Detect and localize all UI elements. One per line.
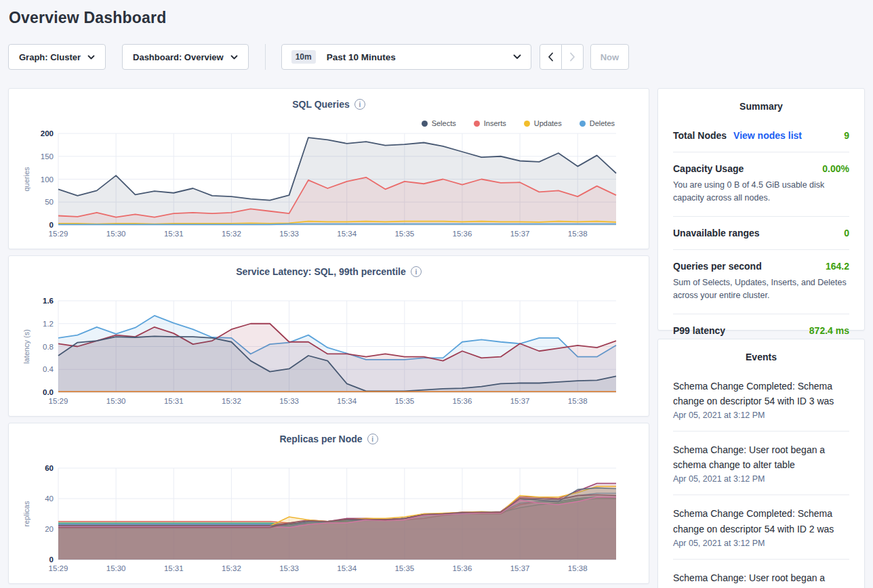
- time-range-label: Past 10 Minutes: [327, 52, 506, 62]
- divider: [673, 152, 849, 152]
- event-text: Schema Change: User root began a schema …: [673, 570, 849, 588]
- svg-text:0: 0: [49, 555, 54, 564]
- sql-queries-chart-panel: SQL Queries SelectsInsertsUpdatesDeletes…: [8, 88, 649, 249]
- page-title: Overview Dashboard: [0, 0, 873, 27]
- svg-text:40: 40: [45, 495, 54, 503]
- summary-label: Unavailable ranges: [673, 228, 760, 238]
- event-date: Apr 05, 2021 at 3:12 PM: [673, 411, 849, 420]
- events-title: Events: [673, 352, 849, 362]
- chevron-right-icon: [569, 52, 575, 62]
- info-icon[interactable]: [411, 266, 422, 277]
- svg-text:15:37: 15:37: [510, 564, 530, 572]
- svg-text:15:29: 15:29: [49, 564, 68, 572]
- chart-title: SQL Queries: [292, 99, 350, 110]
- legend-dot-icon: [422, 121, 428, 127]
- svg-text:15:36: 15:36: [453, 397, 472, 405]
- dashboard-dropdown-label: Dashboard: Overview: [133, 52, 224, 62]
- divider: [673, 249, 849, 250]
- svg-text:15:31: 15:31: [164, 397, 184, 405]
- summary-row-unavailable-ranges: Unavailable ranges 0: [673, 222, 849, 245]
- svg-text:15:35: 15:35: [394, 230, 414, 238]
- summary-row-queries-per-second: Queries per second 164.2 Sum of Selects,…: [673, 255, 849, 309]
- summary-description: Sum of Selects, Updates, Inserts, and De…: [673, 276, 849, 303]
- summary-label: Queries per second: [673, 261, 762, 272]
- svg-text:50: 50: [45, 198, 54, 206]
- dashboard-content: SQL Queries SelectsInsertsUpdatesDeletes…: [8, 88, 865, 588]
- events-card: Events Schema Change Completed: Schema c…: [657, 339, 865, 588]
- chevron-down-icon: [513, 54, 521, 60]
- event-item: Schema Change Completed: Schema change o…: [673, 375, 849, 427]
- time-prev-button[interactable]: [540, 44, 562, 70]
- summary-value: 0: [844, 228, 849, 238]
- svg-text:15:35: 15:35: [394, 397, 414, 405]
- graph-dropdown[interactable]: Graph: Cluster: [8, 44, 106, 70]
- summary-label: P99 latency: [673, 325, 725, 336]
- svg-text:1.6: 1.6: [43, 297, 54, 305]
- event-text: Schema Change: User root began a schema …: [673, 442, 849, 472]
- controls-divider: [265, 44, 266, 70]
- svg-text:15:38: 15:38: [568, 564, 588, 572]
- event-item: Schema Change: User root began a schema …: [673, 438, 849, 490]
- dashboard-dropdown[interactable]: Dashboard: Overview: [122, 44, 249, 70]
- divider: [673, 431, 849, 432]
- svg-text:100: 100: [41, 175, 54, 184]
- sidebar: Summary Total Nodes View nodes list 9 Ca…: [657, 88, 865, 588]
- chart-title-row: SQL Queries: [9, 89, 649, 110]
- svg-text:15:33: 15:33: [279, 397, 299, 405]
- svg-text:15:34: 15:34: [337, 397, 357, 405]
- summary-card: Summary Total Nodes View nodes list 9 Ca…: [657, 88, 865, 331]
- time-next-button[interactable]: [561, 44, 584, 70]
- event-item: Schema Change: User root began a schema …: [673, 566, 849, 588]
- svg-text:15:36: 15:36: [453, 230, 472, 238]
- service-latency-chart-panel: Service Latency: SQL, 99th percentile 15…: [8, 255, 649, 417]
- svg-text:0.8: 0.8: [43, 343, 54, 351]
- event-text: Schema Change Completed: Schema change o…: [673, 379, 849, 408]
- svg-text:latency (s): latency (s): [22, 329, 31, 364]
- view-nodes-list-link[interactable]: View nodes list: [733, 130, 802, 141]
- svg-text:15:34: 15:34: [337, 564, 357, 572]
- svg-text:replicas: replicas: [22, 501, 31, 526]
- replicas-per-node-chart: 15:2915:3015:3115:3215:3315:3415:3515:36…: [9, 461, 650, 576]
- svg-text:15:31: 15:31: [164, 230, 184, 238]
- chart-title-row: Replicas per Node: [9, 423, 649, 444]
- svg-text:0: 0: [49, 221, 54, 229]
- event-date: Apr 05, 2021 at 3:12 PM: [673, 474, 849, 484]
- legend-dot-icon: [524, 121, 530, 127]
- summary-description: You are using 0 B of 4.5 GiB usable disk…: [673, 179, 849, 205]
- controls-bar: Graph: Cluster Dashboard: Overview 10m P…: [8, 44, 865, 70]
- legend-dot-icon: [474, 121, 480, 127]
- svg-text:150: 150: [41, 152, 54, 161]
- svg-text:200: 200: [41, 129, 54, 138]
- sql-queries-chart: 15:2915:3015:3115:3215:3315:3415:3515:36…: [9, 127, 650, 242]
- event-text: Schema Change Completed: Schema change o…: [673, 506, 849, 536]
- svg-text:15:37: 15:37: [510, 397, 530, 405]
- svg-text:15:30: 15:30: [106, 230, 126, 238]
- divider: [673, 216, 849, 217]
- svg-text:15:29: 15:29: [49, 230, 68, 238]
- svg-text:15:30: 15:30: [106, 564, 126, 572]
- summary-value: 9: [844, 130, 849, 141]
- service-latency-chart: 15:2915:3015:3115:3215:3315:3415:3515:36…: [9, 294, 650, 409]
- svg-text:15:29: 15:29: [49, 397, 68, 405]
- info-icon[interactable]: [354, 99, 365, 110]
- event-item: Schema Change Completed: Schema change o…: [673, 502, 849, 554]
- svg-text:15:30: 15:30: [106, 397, 126, 405]
- summary-label: Capacity Usage: [673, 163, 744, 174]
- info-icon[interactable]: [367, 434, 378, 444]
- svg-text:15:33: 15:33: [279, 564, 299, 572]
- divider: [673, 559, 849, 560]
- summary-row-capacity-usage: Capacity Usage 0.00% You are using 0 B o…: [673, 157, 849, 211]
- chevron-down-icon: [87, 55, 95, 60]
- time-range-picker[interactable]: 10m Past 10 Minutes: [281, 44, 531, 70]
- svg-text:15:31: 15:31: [164, 564, 184, 572]
- summary-label: Total Nodes: [673, 130, 727, 141]
- divider: [673, 314, 849, 314]
- svg-text:15:37: 15:37: [510, 230, 530, 238]
- svg-text:15:32: 15:32: [222, 397, 241, 405]
- svg-text:0.4: 0.4: [43, 365, 54, 373]
- svg-text:20: 20: [45, 525, 54, 533]
- replicas-per-node-chart-panel: Replicas per Node 15:2915:3015:3115:3215…: [8, 423, 649, 584]
- time-range-badge: 10m: [291, 50, 316, 64]
- summary-value: 0.00%: [822, 163, 849, 174]
- now-button[interactable]: Now: [590, 44, 629, 70]
